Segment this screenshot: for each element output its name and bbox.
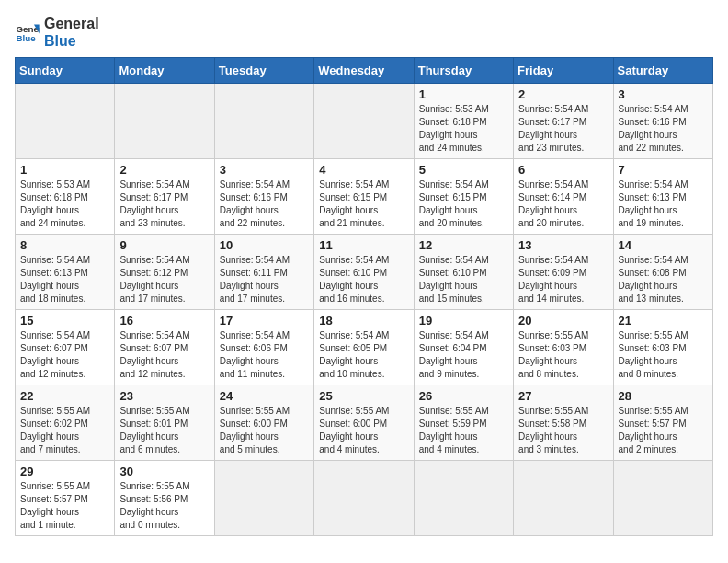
logo-general: General [44,15,99,32]
day-of-week-thursday: Thursday [414,58,513,84]
day-number: 21 [619,314,708,327]
calendar-cell: 15Sunrise: 5:54 AMSunset: 6:07 PMDayligh… [16,310,115,385]
day-number: 27 [518,389,608,403]
calendar-cell: 23Sunrise: 5:55 AMSunset: 6:01 PMDayligh… [115,385,214,461]
calendar-cell [414,461,513,536]
cell-content: Sunrise: 5:54 AMSunset: 6:12 PMDaylight … [119,255,189,304]
cell-content: Sunrise: 5:54 AMSunset: 6:16 PMDaylight … [220,179,290,228]
page-header: General Blue General Blue [15,15,713,50]
cell-content: Sunrise: 5:54 AMSunset: 6:15 PMDaylight … [419,179,489,228]
cell-content: Sunrise: 5:53 AMSunset: 6:18 PMDaylight … [20,179,90,228]
day-number: 3 [220,163,309,177]
calendar-cell: 20Sunrise: 5:55 AMSunset: 6:03 PMDayligh… [514,310,613,385]
cell-content: Sunrise: 5:55 AMSunset: 5:57 PMDaylight … [20,481,90,530]
calendar-cell: 5Sunrise: 5:54 AMSunset: 6:15 PMDaylight… [414,159,513,235]
day-number: 20 [518,314,608,327]
calendar-cell: 11Sunrise: 5:54 AMSunset: 6:10 PMDayligh… [314,235,414,310]
cell-content: Sunrise: 5:55 AMSunset: 6:03 PMDaylight … [518,330,588,379]
cell-content: Sunrise: 5:54 AMSunset: 6:11 PMDaylight … [220,255,290,304]
cell-content: Sunrise: 5:54 AMSunset: 6:10 PMDaylight … [419,255,489,304]
day-number: 1 [20,163,109,177]
calendar-cell [613,461,712,536]
calendar-cell: 28Sunrise: 5:55 AMSunset: 5:57 PMDayligh… [613,385,712,461]
day-number: 4 [319,163,408,177]
calendar-cell: 9Sunrise: 5:54 AMSunset: 6:12 PMDaylight… [115,235,214,310]
calendar-cell: 22Sunrise: 5:55 AMSunset: 6:02 PMDayligh… [16,385,115,461]
day-of-week-tuesday: Tuesday [214,58,313,84]
day-number: 2 [518,87,608,101]
calendar-week-2: 1Sunrise: 5:53 AMSunset: 6:18 PMDaylight… [16,159,713,235]
calendar-cell: 4Sunrise: 5:54 AMSunset: 6:15 PMDaylight… [314,159,414,235]
day-number: 2 [119,163,209,177]
calendar-week-1: 1Sunrise: 5:53 AMSunset: 6:18 PMDaylight… [16,84,713,159]
calendar-cell: 6Sunrise: 5:54 AMSunset: 6:14 PMDaylight… [514,159,613,235]
calendar-cell: 25Sunrise: 5:55 AMSunset: 6:00 PMDayligh… [314,385,414,461]
calendar-cell: 18Sunrise: 5:54 AMSunset: 6:05 PMDayligh… [314,310,414,385]
calendar-cell: 2Sunrise: 5:54 AMSunset: 6:17 PMDaylight… [514,84,613,159]
day-number: 10 [220,238,309,252]
day-of-week-saturday: Saturday [613,58,712,84]
logo-blue: Blue [44,32,99,50]
calendar-cell: 3Sunrise: 5:54 AMSunset: 6:16 PMDaylight… [214,159,313,235]
day-of-week-friday: Friday [514,58,613,84]
calendar-cell: 24Sunrise: 5:55 AMSunset: 6:00 PMDayligh… [214,385,313,461]
calendar-cell: 3Sunrise: 5:54 AMSunset: 6:16 PMDaylight… [613,84,712,159]
calendar-cell: 7Sunrise: 5:54 AMSunset: 6:13 PMDaylight… [613,159,712,235]
day-number: 16 [119,314,209,327]
cell-content: Sunrise: 5:55 AMSunset: 5:59 PMDaylight … [419,406,489,454]
calendar-table: SundayMondayTuesdayWednesdayThursdayFrid… [15,57,713,536]
day-number: 18 [319,314,408,327]
cell-content: Sunrise: 5:54 AMSunset: 6:04 PMDaylight … [419,330,489,379]
cell-content: Sunrise: 5:54 AMSunset: 6:08 PMDaylight … [619,255,688,304]
day-number: 29 [20,465,109,478]
calendar-cell: 30Sunrise: 5:55 AMSunset: 5:56 PMDayligh… [115,461,214,536]
day-of-week-sunday: Sunday [16,58,115,84]
cell-content: Sunrise: 5:55 AMSunset: 6:00 PMDaylight … [220,406,290,454]
calendar-cell [16,84,115,159]
cell-content: Sunrise: 5:54 AMSunset: 6:06 PMDaylight … [220,330,290,379]
calendar-cell: 21Sunrise: 5:55 AMSunset: 6:03 PMDayligh… [613,310,712,385]
day-of-week-monday: Monday [115,58,214,84]
day-number: 17 [220,314,309,327]
calendar-cell: 27Sunrise: 5:55 AMSunset: 5:58 PMDayligh… [514,385,613,461]
calendar-cell [214,461,313,536]
cell-content: Sunrise: 5:54 AMSunset: 6:13 PMDaylight … [619,179,688,228]
cell-content: Sunrise: 5:54 AMSunset: 6:17 PMDaylight … [518,104,588,153]
cell-content: Sunrise: 5:53 AMSunset: 6:18 PMDaylight … [419,104,489,153]
day-of-week-wednesday: Wednesday [314,58,414,84]
cell-content: Sunrise: 5:54 AMSunset: 6:10 PMDaylight … [319,255,389,304]
calendar-cell [115,84,214,159]
cell-content: Sunrise: 5:55 AMSunset: 6:00 PMDaylight … [319,406,389,454]
cell-content: Sunrise: 5:55 AMSunset: 6:03 PMDaylight … [619,330,688,379]
day-number: 14 [619,238,708,252]
logo-icon: General Blue [15,19,40,45]
calendar-cell [514,461,613,536]
day-number: 6 [518,163,608,177]
logo: General Blue General Blue [15,15,99,50]
calendar-header-row: SundayMondayTuesdayWednesdayThursdayFrid… [16,58,713,84]
day-number: 12 [419,238,508,252]
calendar-cell: 17Sunrise: 5:54 AMSunset: 6:06 PMDayligh… [214,310,313,385]
day-number: 13 [518,238,608,252]
calendar-week-4: 15Sunrise: 5:54 AMSunset: 6:07 PMDayligh… [16,310,713,385]
calendar-week-5: 22Sunrise: 5:55 AMSunset: 6:02 PMDayligh… [16,385,713,461]
calendar-cell: 1Sunrise: 5:53 AMSunset: 6:18 PMDaylight… [16,159,115,235]
day-number: 1 [419,87,508,101]
calendar-cell: 29Sunrise: 5:55 AMSunset: 5:57 PMDayligh… [16,461,115,536]
calendar-week-6: 29Sunrise: 5:55 AMSunset: 5:57 PMDayligh… [16,461,713,536]
calendar-cell [314,461,414,536]
calendar-cell: 16Sunrise: 5:54 AMSunset: 6:07 PMDayligh… [115,310,214,385]
day-number: 11 [319,238,408,252]
calendar-cell: 14Sunrise: 5:54 AMSunset: 6:08 PMDayligh… [613,235,712,310]
calendar-cell [314,84,414,159]
day-number: 28 [619,389,708,403]
day-number: 9 [119,238,209,252]
cell-content: Sunrise: 5:55 AMSunset: 5:57 PMDaylight … [619,406,688,454]
day-number: 8 [20,238,109,252]
svg-text:Blue: Blue [16,33,36,43]
cell-content: Sunrise: 5:55 AMSunset: 6:01 PMDaylight … [119,406,189,454]
day-number: 5 [419,163,508,177]
cell-content: Sunrise: 5:54 AMSunset: 6:16 PMDaylight … [619,104,688,153]
cell-content: Sunrise: 5:54 AMSunset: 6:07 PMDaylight … [119,330,189,379]
calendar-cell: 26Sunrise: 5:55 AMSunset: 5:59 PMDayligh… [414,385,513,461]
